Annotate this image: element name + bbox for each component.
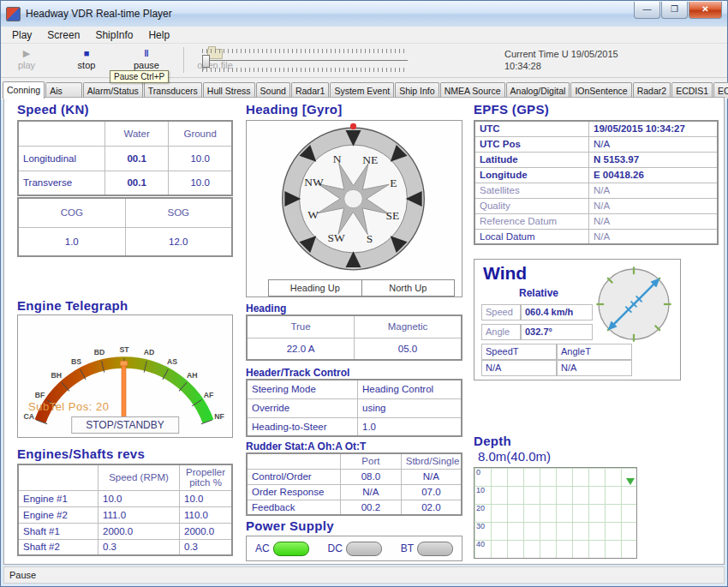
cell: using [358,398,462,417]
telegraph-label: BS [71,357,81,366]
stop-button[interactable]: ■ stop [63,46,110,70]
row-label: Control/Order [247,469,341,484]
row-label: Reference Datum [474,213,589,229]
wind-dial [593,263,675,345]
cell: N/A [589,213,719,229]
menu-help[interactable]: Help [140,28,177,42]
compass: N NE E SE S SW W NW [272,122,434,276]
row-label: UTC [474,121,589,136]
stop-icon: ■ [63,46,110,60]
subtel-position: SubTel Pos: 20 [28,400,109,413]
heading-table: True Magnetic 22.0 A 05.0 [246,314,462,361]
north-up-button[interactable]: North Up [361,279,456,296]
app-window: Headway VDR Real-time Player — ❐ ✕ Play … [0,0,728,587]
cell: N/A [589,229,719,244]
menu-screen[interactable]: Screen [39,28,87,42]
engine-telegraph-gauge: CA BF BH BS BD ST AD AS AH AF NF SubTel … [17,314,233,438]
cell: 22.0 A [247,338,355,360]
cell: 0.3 [180,539,233,555]
cell: N/A [589,136,719,152]
row-label: Transverse [18,171,105,195]
depth-axis-label: 30 [476,522,485,530]
wind-angle-label: Angle [481,324,521,340]
epfs-table: UTC19/05/2015 10:34:27 UTC PosN/A Latitu… [474,120,719,245]
cog-sog-table: COG SOG 1.0 12.0 [17,197,233,257]
gyro-compass-panel: N NE E SE S SW W NW Heading Up North Up [246,120,462,297]
depth-axis-label: 0 [476,468,480,476]
menu-play[interactable]: Play [4,28,39,42]
status-text: Pause [9,570,36,580]
row-label: Override [247,398,358,417]
cell: 110.0 [180,506,233,523]
window-title: Headway VDR Real-time Player [26,8,172,20]
power-label-ac: AC [255,542,270,554]
conning-panel: Speed (KN) Water Ground Longitudinal 00.… [3,97,725,565]
cell: 02.0 [401,500,462,515]
row-label: Quality [474,198,589,213]
menu-shipinfo[interactable]: ShipInfo [87,28,140,42]
stop-standby-button[interactable]: STOP/STANDBY [71,416,179,434]
row-label: Engine #2 [18,506,98,523]
telegraph-label: BF [35,391,45,399]
cell: 10.0 [169,171,232,195]
col-header: Water [105,121,169,146]
depth-axis-label: 40 [476,540,485,548]
col-header: Speed (RPM) [98,464,180,490]
row-label: Longitude [474,167,589,183]
telegraph-label: AH [187,371,198,380]
telegraph-label: AF [204,391,214,399]
col-header: Stbrd/Single [401,453,462,469]
pause-button[interactable]: ‖ pause [122,46,170,70]
row-label: Steering Mode [247,380,358,398]
cell: 19/05/2015 10:34:27 [589,121,719,136]
cell: 00.1 [105,171,169,195]
compass-point-w: W [307,208,319,221]
row-label: UTC Pos [474,136,589,152]
wind-anglet-header: AngleT [557,344,632,360]
cell: E 00418.26 [589,167,719,183]
compass-point-nw: NW [304,176,324,189]
rudder-table: Port Stbrd/Single Control/Order 08.0 N/A… [246,452,462,516]
row-label: Feedback [247,500,341,515]
engines-shafts-table: Speed (RPM) Propeller pitch % Engine #1 … [17,464,233,556]
compass-point-ne: NE [362,153,378,166]
cell: N/A [401,469,462,484]
heading-gyro-title: Heading [Gyro] [246,102,343,117]
current-time-clock: 10:34:28 [504,60,618,72]
rudder-title: Rudder Stat:A Oh:A Ot:T [246,440,366,452]
playback-slider[interactable] [202,49,408,72]
wind-angle-value: 032.7° [521,324,593,340]
cell: 12.0 [125,227,232,256]
title-bar: Headway VDR Real-time Player — ❐ ✕ [1,1,727,27]
tab-conning[interactable]: Conning [3,81,45,99]
heading-up-button[interactable]: Heading Up [268,279,362,296]
cell: 00.1 [105,146,169,171]
wind-speed-value: 060.4 km/h [521,304,593,320]
telegraph-label: BH [51,371,62,380]
track-control-title: Header/Track Control [246,367,349,379]
epfs-title: EPFS (GPS) [474,102,549,117]
col-header: Port [341,453,402,469]
depth-title: Depth [474,434,511,448]
wind-panel: Wind Relative [474,259,681,380]
current-time-date: Current Time U 19/05/2015 [504,48,618,60]
play-button[interactable]: ▶ play [3,46,51,70]
slider-ticks-top [202,49,408,53]
depth-axis-label: 10 [476,486,485,494]
cell: Heading Control [358,380,462,398]
slider-thumb[interactable] [202,55,210,68]
maximize-button-icon[interactable]: ❐ [661,2,688,19]
toolbar-separator [183,47,184,73]
power-supply-panel: AC DC BT [246,536,462,561]
cell: 111.0 [98,506,180,523]
menu-bar: Play Screen ShipInfo Help [1,27,727,44]
cell: 10.0 [180,490,233,506]
telegraph-label: ST [119,345,129,354]
power-supply-title: Power Supply [246,518,334,533]
minimize-button-icon[interactable]: — [634,2,660,19]
compass-point-sw: SW [328,231,346,244]
close-button-icon[interactable]: ✕ [689,2,722,19]
cell: 07.0 [401,484,462,500]
wind-title: Wind [483,263,527,284]
pause-icon: ‖ [122,46,170,60]
